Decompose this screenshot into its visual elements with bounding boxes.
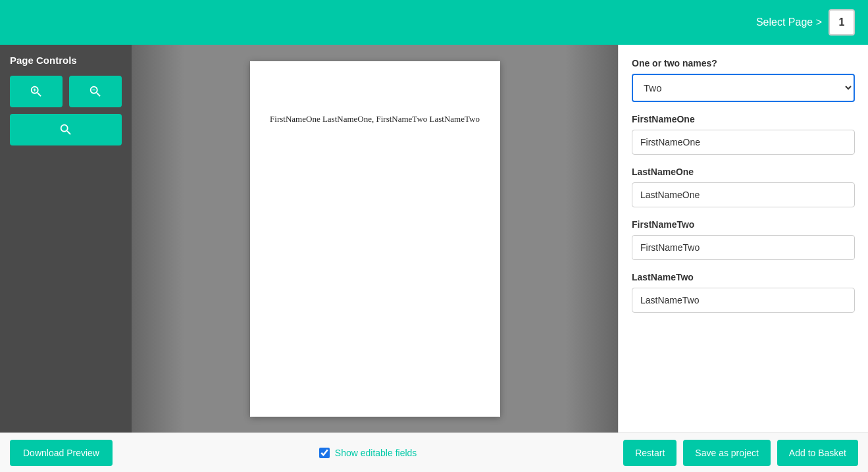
- preview-area: FirstNameOne LastNameOne, FirstNameTwo L…: [132, 45, 618, 433]
- sidebar: Page Controls: [0, 45, 132, 433]
- last-name-two-label: LastNameTwo: [632, 272, 855, 282]
- first-name-two-input[interactable]: [632, 235, 855, 260]
- search-icon: [59, 122, 73, 137]
- right-panel: One or two names? One Two FirstNameOne L…: [618, 45, 868, 433]
- page-number-box[interactable]: 1: [829, 9, 855, 36]
- restart-button[interactable]: Restart: [623, 440, 677, 466]
- show-editable-fields-checkbox[interactable]: [319, 448, 330, 458]
- sidebar-title: Page Controls: [10, 55, 122, 66]
- first-name-one-input[interactable]: [632, 130, 855, 155]
- names-select[interactable]: One Two: [632, 74, 855, 102]
- select-page-label: Select Page >: [756, 16, 822, 28]
- first-name-one-label: FirstNameOne: [632, 114, 855, 124]
- first-name-two-label: FirstNameTwo: [632, 219, 855, 230]
- zoom-in-icon: [29, 84, 43, 99]
- main-area: Page Controls FirstNameOne L: [0, 45, 868, 433]
- zoom-out-button[interactable]: [69, 76, 122, 107]
- page-content-text: FirstNameOne LastNameOne, FirstNameTwo L…: [270, 114, 480, 124]
- header: Select Page > 1: [0, 0, 868, 45]
- zoom-buttons-row: [10, 76, 122, 107]
- zoom-in-button[interactable]: [10, 76, 63, 107]
- zoom-out-icon: [88, 84, 103, 99]
- download-preview-button[interactable]: Download Preview: [10, 440, 113, 466]
- footer-right-buttons: Restart Save as project Add to Basket: [623, 440, 858, 466]
- names-question-label: One or two names?: [632, 58, 855, 68]
- last-name-one-input[interactable]: [632, 182, 855, 207]
- add-to-basket-button[interactable]: Add to Basket: [777, 440, 858, 466]
- last-name-two-input[interactable]: [632, 288, 855, 313]
- footer-center: Show editable fields: [122, 448, 613, 458]
- search-button[interactable]: [10, 114, 122, 145]
- save-project-button[interactable]: Save as project: [683, 440, 771, 466]
- last-name-one-label: LastNameOne: [632, 167, 855, 177]
- page-canvas: FirstNameOne LastNameOne, FirstNameTwo L…: [250, 61, 500, 417]
- footer: Download Preview Show editable fields Re…: [0, 433, 868, 472]
- page-number: 1: [839, 16, 845, 28]
- show-editable-fields-label[interactable]: Show editable fields: [335, 448, 417, 458]
